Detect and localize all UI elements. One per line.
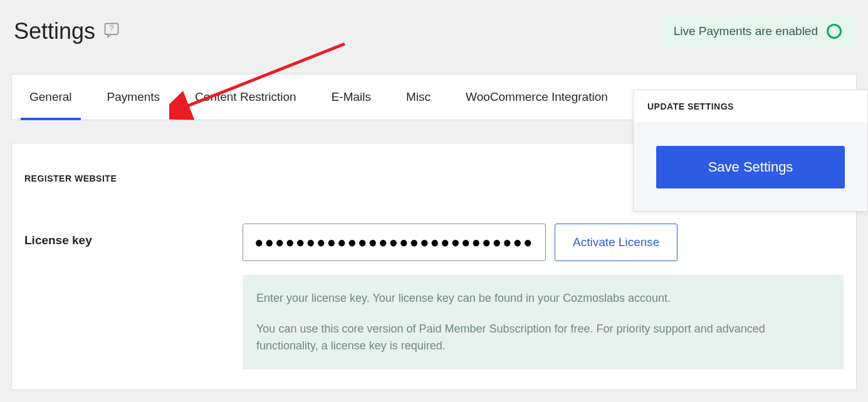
tab-content-restriction[interactable]: Content Restriction <box>177 75 314 120</box>
license-key-input[interactable] <box>243 224 546 261</box>
status-text: Live Payments are enabled <box>674 24 818 38</box>
svg-text:?: ? <box>110 23 114 33</box>
license-help-line1: Enter your license key. Your license key… <box>256 290 830 307</box>
tab-misc[interactable]: Misc <box>389 75 448 120</box>
license-help-box: Enter your license key. Your license key… <box>243 275 844 369</box>
tab-woocommerce[interactable]: WooCommerce Integration <box>448 75 625 120</box>
update-settings-heading: UPDATE SETTINGS <box>634 90 867 123</box>
status-badge: Live Payments are enabled <box>661 15 854 48</box>
activate-license-button[interactable]: Activate License <box>555 224 677 261</box>
update-settings-panel: UPDATE SETTINGS Save Settings <box>633 90 868 212</box>
help-icon[interactable]: ? <box>103 21 120 41</box>
license-help-line2: You can use this core version of Paid Me… <box>256 321 830 354</box>
status-circle-icon <box>827 24 842 39</box>
tab-emails[interactable]: E-Mails <box>314 75 389 120</box>
save-settings-button[interactable]: Save Settings <box>656 146 845 188</box>
tab-general[interactable]: General <box>12 75 90 120</box>
tab-payments[interactable]: Payments <box>90 75 177 120</box>
license-key-label: License key <box>24 224 243 247</box>
page-title: Settings <box>14 18 95 44</box>
